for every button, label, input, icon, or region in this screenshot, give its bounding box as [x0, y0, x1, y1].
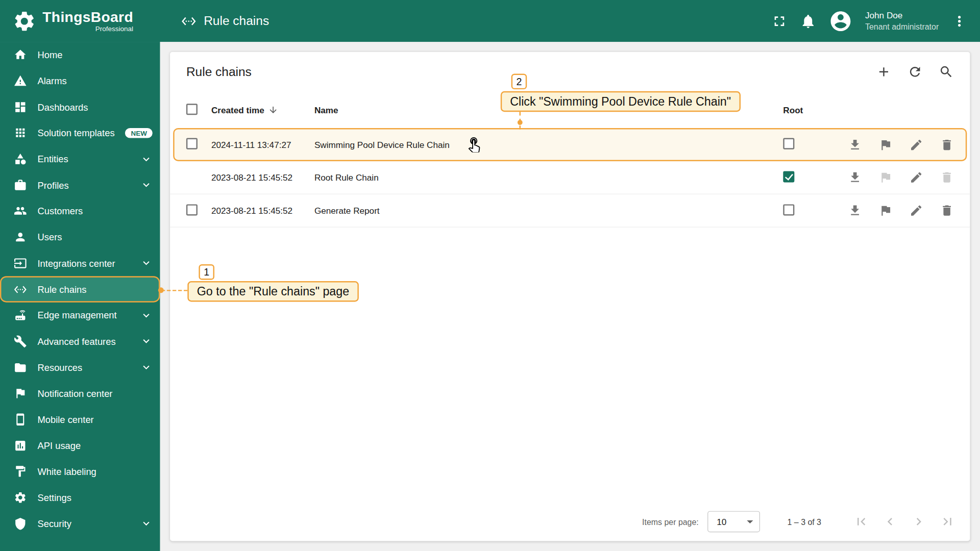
created-time-cell: 2023-08-21 15:45:52: [211, 172, 314, 183]
sidebar-item-api-usage[interactable]: API usage: [0, 433, 160, 459]
brand-subtitle: Professional: [95, 24, 133, 32]
root-checkbox[interactable]: [783, 138, 794, 149]
sidebar-item-mobile-center[interactable]: Mobile center: [0, 407, 160, 433]
sidebar-item-entities[interactable]: Entities: [0, 146, 160, 172]
sidebar-item-home[interactable]: Home: [0, 42, 160, 68]
sidebar-item-notification-center[interactable]: Notification center: [0, 381, 160, 407]
thingsboard-logo-icon: [12, 9, 36, 33]
rule-chains-icon: [181, 13, 196, 28]
new-badge: NEW: [125, 128, 152, 138]
briefcase-icon: [14, 179, 27, 192]
folder-icon: [14, 361, 27, 374]
avatar[interactable]: [829, 9, 853, 33]
row-checkbox[interactable]: [186, 138, 198, 149]
select-all-checkbox[interactable]: [186, 104, 198, 115]
sidebar-item-solution-templates[interactable]: Solution templates NEW: [0, 120, 160, 146]
export-button[interactable]: [839, 204, 870, 217]
add-rule-chain-button[interactable]: [876, 64, 891, 79]
annotation-connector-dot: [518, 120, 523, 125]
trash-icon: [940, 138, 953, 152]
sidebar-item-label: Settings: [37, 492, 71, 503]
make-root-button[interactable]: [870, 138, 900, 152]
sidebar-item-users[interactable]: Users: [0, 224, 160, 250]
make-root-button[interactable]: [870, 204, 900, 217]
sidebar-item-customers[interactable]: Customers: [0, 198, 160, 224]
sidebar-item-white-labeling[interactable]: White labeling: [0, 459, 160, 485]
pencil-icon: [909, 204, 923, 217]
refresh-button[interactable]: [908, 64, 922, 79]
flag-icon: [878, 138, 892, 152]
pencil-icon: [909, 138, 923, 152]
sidebar-item-label: Integrations center: [37, 258, 115, 269]
chevron-left-icon: [883, 514, 897, 529]
annotation-step-2-callout: Click "Swimming Pool Device Rule Chain": [501, 91, 741, 112]
table-row[interactable]: 2023-08-21 15:45:52 Root Rule Chain: [170, 161, 970, 194]
sidebar: Home Alarms Dashboards Solution template…: [0, 42, 160, 551]
sidebar-item-edge-management[interactable]: Edge management: [0, 303, 160, 329]
root-header: Root: [783, 105, 839, 115]
entities-icon: [14, 153, 27, 166]
page-title: Rule chains: [204, 14, 269, 28]
table-row[interactable]: 2023-08-21 15:45:52 Generate Report: [170, 194, 970, 228]
sidebar-item-settings[interactable]: Settings: [0, 485, 160, 511]
export-button[interactable]: [839, 170, 870, 184]
last-page-button[interactable]: [940, 514, 955, 529]
select-arrow-icon: [747, 520, 753, 523]
sidebar-item-rule-chains[interactable]: Rule chains: [0, 276, 160, 302]
user-name: John Doe: [865, 10, 939, 21]
app-window: ThingsBoard Professional Rule chains Joh…: [0, 0, 980, 551]
edit-button[interactable]: [900, 138, 931, 152]
row-checkbox[interactable]: [186, 204, 198, 215]
gear-icon: [14, 491, 27, 504]
created-time-header[interactable]: Created time: [211, 105, 314, 115]
sidebar-item-dashboards[interactable]: Dashboards: [0, 94, 160, 120]
integrations-icon: [14, 257, 27, 270]
sidebar-item-alarms[interactable]: Alarms: [0, 68, 160, 94]
edit-button[interactable]: [900, 204, 931, 217]
delete-button[interactable]: [931, 204, 962, 217]
name-cell: Generate Report: [314, 206, 783, 216]
sidebar-item-resources[interactable]: Resources: [0, 355, 160, 381]
edit-button[interactable]: [900, 170, 931, 184]
first-page-button[interactable]: [854, 514, 869, 529]
items-per-page-value: 10: [717, 517, 726, 527]
fullscreen-icon[interactable]: [771, 13, 788, 29]
dashboards-icon: [14, 101, 27, 114]
annotation-connector-line: [161, 290, 187, 291]
notifications-bell-icon[interactable]: [800, 13, 817, 29]
previous-page-button[interactable]: [883, 514, 897, 529]
root-checkbox[interactable]: [783, 204, 794, 215]
router-icon: [14, 309, 27, 322]
name-cell: Swimming Pool Device Rule Chain: [314, 140, 783, 150]
sidebar-item-security[interactable]: Security: [0, 511, 160, 537]
trash-icon: [940, 204, 953, 217]
user-info[interactable]: John Doe Tenant administrator: [865, 10, 939, 33]
sidebar-item-integrations-center[interactable]: Integrations center: [0, 250, 160, 276]
sidebar-item-label: Security: [37, 518, 71, 529]
make-root-button: [870, 170, 900, 184]
sidebar-item-label: Alarms: [37, 76, 66, 86]
pagination-bar: Items per page: 10 1 – 3 of 3: [170, 502, 970, 541]
user-role: Tenant administrator: [865, 21, 939, 32]
name-cell: Root Rule Chain: [314, 172, 783, 183]
items-per-page-select[interactable]: 10: [707, 511, 760, 533]
search-button[interactable]: [939, 64, 953, 79]
download-icon: [848, 204, 862, 217]
sidebar-item-profiles[interactable]: Profiles: [0, 172, 160, 198]
sidebar-item-label: Profiles: [37, 180, 68, 190]
shield-icon: [14, 517, 27, 531]
table-row[interactable]: 2024-11-11 13:47:27 Swimming Pool Device…: [173, 128, 967, 161]
delete-button[interactable]: [931, 138, 962, 152]
export-button[interactable]: [839, 138, 870, 152]
pencil-icon: [909, 170, 923, 184]
more-vert-icon[interactable]: [951, 13, 968, 29]
sidebar-item-advanced-features[interactable]: Advanced features: [0, 329, 160, 355]
chevron-right-icon: [911, 514, 926, 529]
root-checkbox[interactable]: [783, 171, 794, 182]
page-title-header: Rule chains: [181, 13, 269, 28]
next-page-button[interactable]: [911, 514, 926, 529]
mouse-cursor-hand-icon: [465, 136, 482, 155]
sidebar-item-label: White labeling: [37, 466, 96, 477]
sidebar-item-label: Mobile center: [37, 414, 93, 425]
pagination-range: 1 – 3 of 3: [788, 517, 821, 526]
